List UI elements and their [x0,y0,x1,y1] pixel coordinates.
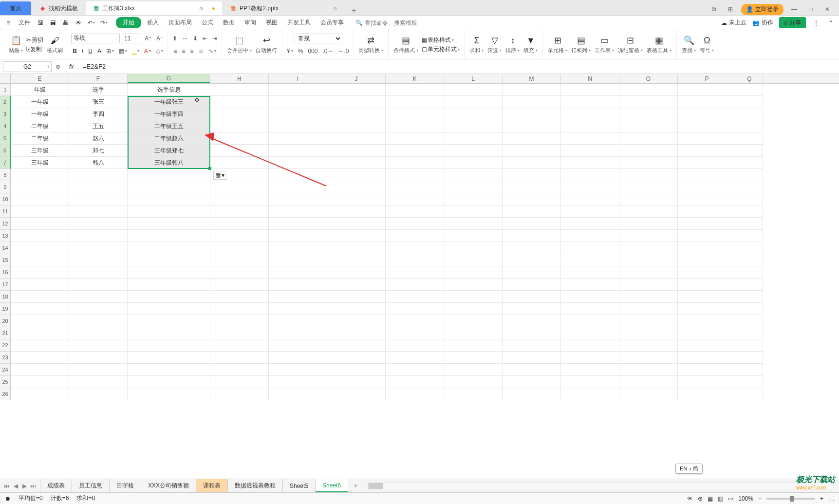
cell[interactable] [678,145,736,157]
cell[interactable] [678,339,736,352]
cell[interactable] [503,388,561,400]
col-header-G[interactable]: G [128,74,210,83]
table-tools-button[interactable]: ▦表格工具 [645,35,673,54]
cell[interactable] [561,84,619,96]
cell[interactable] [386,96,444,108]
cell[interactable] [736,303,763,315]
cell[interactable] [736,254,763,266]
cell[interactable] [269,132,327,145]
cell[interactable] [561,193,619,205]
cell[interactable] [269,327,327,339]
cell[interactable] [619,327,678,339]
cell[interactable] [561,205,619,218]
cell[interactable] [444,376,503,388]
cell[interactable] [678,242,736,254]
cell[interactable] [11,242,69,254]
cell[interactable] [386,181,444,193]
cell[interactable] [386,376,444,388]
cell[interactable] [561,242,619,254]
cell[interactable] [736,388,763,400]
cell-button[interactable]: ⊞单元格 [546,35,569,54]
cell[interactable] [128,193,210,205]
cell[interactable] [561,339,619,352]
col-header-I[interactable]: I [269,74,327,83]
cell[interactable] [269,84,327,96]
horizontal-scrollbar[interactable] [368,483,834,489]
cell[interactable] [386,388,444,400]
cell[interactable] [128,279,210,291]
cell[interactable] [619,96,678,108]
cell[interactable] [128,205,210,218]
row-header[interactable]: 9 [0,181,11,193]
font-size-input[interactable] [122,34,141,43]
cell[interactable] [11,352,69,364]
cell[interactable] [69,279,128,291]
cell[interactable] [128,254,210,266]
border-button[interactable]: ⊞ [105,48,115,55]
number-format-select[interactable]: 常规 [294,34,342,43]
col-header-N[interactable]: N [561,74,619,83]
cell[interactable] [69,205,128,218]
cell[interactable] [619,266,678,279]
cell[interactable]: 一年级李四 [128,108,210,120]
cell[interactable] [503,303,561,315]
col-header-H[interactable]: H [210,74,269,83]
redo-button[interactable]: ↷ [99,19,108,27]
row-header[interactable]: 10 [0,193,11,205]
cell[interactable] [619,218,678,230]
type-convert-button[interactable]: ⇄类型转换 [356,35,385,54]
cell[interactable] [128,327,210,339]
cell[interactable]: 韩八 [69,157,128,169]
cell[interactable] [327,84,386,96]
undo-button[interactable]: ↶ [87,19,95,27]
fullscreen-icon[interactable]: ⛶ [828,495,834,502]
cell[interactable] [619,388,678,400]
sheet-tab[interactable]: 田字格 [110,479,141,492]
cell[interactable] [69,352,128,364]
search-input[interactable] [365,19,423,26]
row-header[interactable]: 16 [0,266,11,279]
cell[interactable] [444,205,503,218]
cell[interactable] [386,279,444,291]
cell[interactable] [386,157,444,169]
tab-pin-icon[interactable]: ⊘ [333,6,337,11]
menu-start[interactable]: 开始 [116,17,141,28]
cell[interactable] [619,339,678,352]
cell[interactable] [269,376,327,388]
menu-view[interactable]: 视图 [262,17,281,28]
cell[interactable] [386,339,444,352]
row-header[interactable]: 23 [0,352,11,364]
sheet-tab[interactable]: 员工信息 [72,479,110,492]
row-header[interactable]: 1 [0,84,11,96]
cell[interactable] [210,376,269,388]
cell[interactable] [11,218,69,230]
sheet-tab[interactable]: 课程表 [196,479,228,492]
cell[interactable] [503,352,561,364]
menu-data[interactable]: 数据 [219,17,239,28]
cell[interactable] [327,315,386,327]
cell[interactable] [11,169,69,181]
row-header[interactable]: 26 [0,388,11,400]
cell[interactable] [444,96,503,108]
sheet-button[interactable]: ▭工作表 [593,35,616,54]
fill-button[interactable]: ▼填充 [522,35,540,54]
cell[interactable] [444,242,503,254]
sum-button[interactable]: Σ求和 [467,35,485,54]
cell[interactable] [69,230,128,242]
filter-button[interactable]: ▽筛选 [485,35,503,54]
menu-dev[interactable]: 开发工具 [283,17,315,28]
find-button[interactable]: 🔍查找 [680,35,698,54]
col-header-Q[interactable]: Q [736,74,763,83]
align-bottom-icon[interactable]: ⬇ [191,35,199,42]
cell[interactable] [386,120,444,132]
cell[interactable] [327,181,386,193]
cell[interactable] [210,181,269,193]
cell[interactable] [561,388,619,400]
cell[interactable] [69,193,128,205]
name-box[interactable]: G2 [3,61,52,72]
cell[interactable] [210,108,269,120]
cell[interactable] [503,218,561,230]
cell[interactable] [561,120,619,132]
align-left-icon[interactable]: ≡ [172,48,179,55]
cell[interactable] [210,145,269,157]
